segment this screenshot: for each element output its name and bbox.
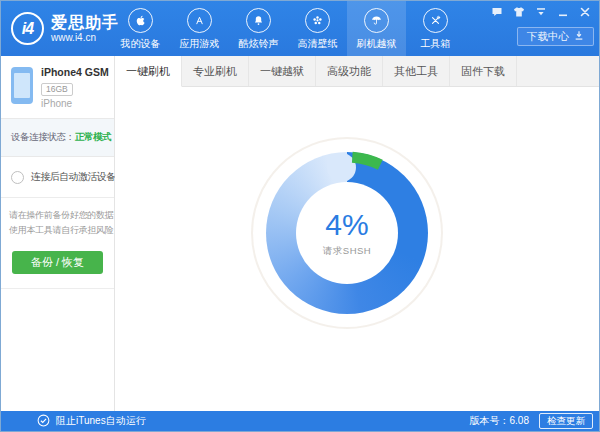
iphone-icon (11, 67, 33, 104)
jailbreak-icon (364, 8, 389, 33)
app-window: i4 爱思助手 www.i4.cn 我的设备 应用游戏 (0, 0, 600, 432)
appstore-icon (187, 8, 212, 33)
nav-label: 应用游戏 (180, 37, 220, 51)
nav-item-ringtones[interactable]: 酷炫铃声 (229, 1, 288, 56)
nav-item-wallpapers[interactable]: 高清壁纸 (288, 1, 347, 56)
progress-status: 请求SHSH (323, 245, 371, 258)
tab-pro-flash[interactable]: 专业刷机 (182, 56, 249, 86)
tab-other-tools[interactable]: 其他工具 (383, 56, 450, 86)
nav-label: 刷机越狱 (357, 37, 397, 51)
nav-item-flash-jailbreak[interactable]: 刷机越狱 (347, 1, 406, 56)
toolbox-icon (423, 8, 448, 33)
check-circle-icon (37, 414, 50, 429)
menu-icon[interactable] (534, 6, 547, 18)
nav-label: 酷炫铃声 (239, 37, 279, 51)
skin-icon[interactable] (512, 6, 525, 18)
window-controls (490, 5, 591, 19)
check-update-button[interactable]: 检查更新 (539, 413, 593, 429)
feedback-icon[interactable] (490, 6, 503, 18)
tab-firmware-download[interactable]: 固件下载 (450, 56, 517, 86)
wallpaper-icon (305, 8, 330, 33)
sidebar-divider (1, 288, 114, 289)
progress-percent: 4% (325, 208, 368, 242)
radio-unchecked-icon[interactable] (11, 171, 24, 184)
tab-one-key-jailbreak[interactable]: 一键越狱 (249, 56, 316, 86)
progress-donut: 4% 请求SHSH (247, 133, 447, 333)
tab-bar: 一键刷机 专业刷机 一键越狱 高级功能 其他工具 固件下载 (115, 56, 599, 87)
version-label: 版本号：6.08 (470, 414, 529, 428)
brand-name: 爱思助手 (51, 14, 119, 32)
apple-icon (128, 8, 153, 33)
top-bar: i4 爱思助手 www.i4.cn 我的设备 应用游戏 (1, 1, 599, 56)
device-family: iPhone (41, 98, 109, 109)
main-content: 4% 请求SHSH (115, 87, 599, 411)
brand-logo: i4 爱思助手 www.i4.cn (11, 1, 119, 56)
block-itunes-toggle[interactable]: 阻止iTunes自动运行 (37, 414, 146, 429)
tab-advanced-features[interactable]: 高级功能 (316, 56, 383, 86)
nav-item-apps-games[interactable]: 应用游戏 (170, 1, 229, 56)
nav-item-toolbox[interactable]: 工具箱 (406, 1, 465, 56)
download-icon (574, 30, 584, 43)
connection-status-label: 设备连接状态： (11, 131, 75, 142)
bell-icon (246, 8, 271, 33)
status-bar: 阻止iTunes自动运行 版本号：6.08 检查更新 (1, 411, 599, 431)
brand-site: www.i4.cn (51, 32, 119, 44)
auto-activate-option[interactable]: 连接后自动激活设备 (1, 157, 114, 198)
download-center-button[interactable]: 下载中心 (517, 27, 594, 46)
auto-activate-label: 连接后自动激活设备 (31, 170, 116, 184)
backup-restore-button[interactable]: 备份 / 恢复 (12, 251, 103, 274)
i4-logo-icon: i4 (11, 12, 44, 45)
nav-item-my-device[interactable]: 我的设备 (111, 1, 170, 56)
device-capacity-badge: 16GB (41, 83, 73, 96)
nav-label: 高清壁纸 (298, 37, 338, 51)
block-itunes-label: 阻止iTunes自动运行 (56, 414, 146, 428)
nav-label: 我的设备 (121, 37, 161, 51)
connection-status: 设备连接状态：正常模式 (1, 118, 114, 157)
main-nav: 我的设备 应用游戏 酷炫铃声 高清壁纸 (111, 1, 465, 56)
download-center-label: 下载中心 (527, 30, 569, 44)
close-icon[interactable] (578, 6, 591, 18)
device-card: iPhone4 GSM 16GB iPhone (1, 56, 114, 118)
donut-center: 4% 请求SHSH (296, 182, 398, 284)
nav-label: 工具箱 (421, 37, 451, 51)
device-name: iPhone4 GSM (41, 66, 109, 78)
tab-one-key-flash[interactable]: 一键刷机 (115, 56, 182, 87)
minimize-icon[interactable] (556, 6, 569, 18)
sidebar: iPhone4 GSM 16GB iPhone 设备连接状态：正常模式 连接后自… (1, 56, 115, 411)
connection-status-value: 正常模式 (75, 131, 111, 142)
backup-warning-text: 请在操作前备份好您的数据 使用本工具请自行承担风险 (1, 198, 114, 243)
